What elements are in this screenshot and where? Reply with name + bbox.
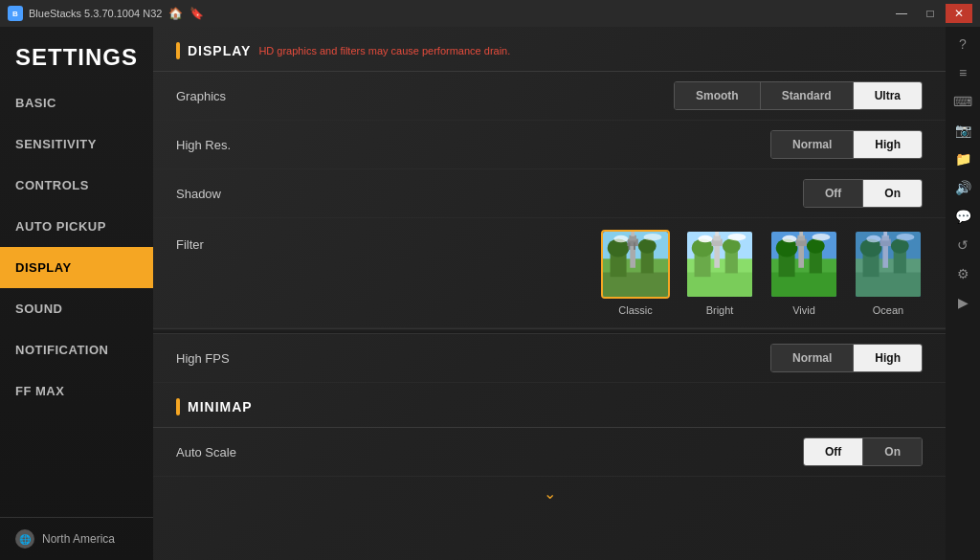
close-button[interactable]: ✕ bbox=[946, 4, 972, 23]
auto-scale-off[interactable]: Off bbox=[804, 438, 863, 465]
sidebar-nav: BASIC SENSITIVITY CONTROLS AUTO PICKUP D… bbox=[0, 82, 153, 517]
window-controls: — □ ✕ bbox=[888, 4, 972, 23]
svg-point-13 bbox=[613, 235, 628, 243]
high-res-high[interactable]: High bbox=[854, 131, 922, 158]
sidebar-item-basic[interactable]: BASIC bbox=[0, 82, 153, 123]
minimap-section-header: MINIMAP bbox=[153, 383, 946, 428]
svg-point-53 bbox=[897, 234, 915, 241]
shadow-on[interactable]: On bbox=[863, 180, 922, 207]
shadow-btn-group: Off On bbox=[803, 179, 923, 208]
main-layout: SETTINGS BASIC SENSITIVITY CONTROLS AUTO… bbox=[0, 27, 980, 560]
graphics-row: Graphics Smooth Standard Ultra bbox=[153, 72, 946, 121]
high-fps-btn-group: Normal High bbox=[770, 344, 923, 372]
graphics-standard[interactable]: Standard bbox=[761, 82, 854, 109]
filter-label: Filter bbox=[176, 230, 291, 252]
display-title: DISPLAY bbox=[188, 43, 251, 58]
svg-point-34 bbox=[807, 239, 825, 254]
content-area: DISPLAY HD graphics and filters may caus… bbox=[153, 27, 946, 560]
right-sidebar: ? ≡ ⌨ 📷 📁 🔊 💬 ↺ ⚙ ▶ bbox=[946, 27, 980, 560]
help-icon[interactable]: ? bbox=[949, 31, 976, 57]
auto-scale-row: Auto Scale Off On bbox=[153, 428, 946, 477]
auto-scale-label: Auto Scale bbox=[176, 445, 291, 459]
svg-rect-10 bbox=[631, 232, 635, 236]
svg-point-40 bbox=[813, 234, 831, 241]
graphics-smooth[interactable]: Smooth bbox=[675, 82, 761, 109]
auto-scale-controls: Off On bbox=[803, 437, 923, 466]
sidebar-item-display[interactable]: DISPLAY bbox=[0, 247, 153, 288]
svg-point-26 bbox=[698, 235, 712, 243]
region-label: North America bbox=[42, 532, 115, 546]
sidebar-item-sound[interactable]: SOUND bbox=[0, 288, 153, 329]
sidebar-item-controls[interactable]: CONTROLS bbox=[0, 165, 153, 206]
filter-bright-thumb[interactable] bbox=[685, 230, 754, 299]
folder-icon[interactable]: 📁 bbox=[949, 146, 976, 172]
svg-point-47 bbox=[891, 239, 909, 254]
svg-rect-12 bbox=[634, 242, 635, 250]
sidebar-item-sensitivity[interactable]: SENSITIVITY bbox=[0, 123, 153, 165]
scroll-down-chevron[interactable]: ⌄ bbox=[544, 484, 556, 503]
performance-warning: performance drain. bbox=[422, 45, 510, 56]
bookmark-icon[interactable]: 🔖 bbox=[189, 6, 204, 21]
shadow-off[interactable]: Off bbox=[804, 180, 863, 207]
graphics-btn-group: Smooth Standard Ultra bbox=[674, 81, 923, 110]
sidebar-item-ff-max[interactable]: FF MAX bbox=[0, 370, 153, 412]
high-res-label: High Res. bbox=[176, 138, 291, 152]
app-title: BlueStacks 5.3.70.1004 N32 bbox=[29, 8, 162, 19]
auto-scale-btn-group: Off On bbox=[803, 437, 923, 466]
high-res-normal[interactable]: Normal bbox=[771, 131, 854, 158]
chat-icon[interactable]: 💬 bbox=[949, 203, 976, 230]
svg-point-39 bbox=[782, 235, 796, 243]
high-res-controls: Normal High bbox=[770, 130, 923, 159]
display-section-header: DISPLAY HD graphics and filters may caus… bbox=[153, 27, 946, 72]
filter-ocean-label: Ocean bbox=[873, 304, 903, 316]
camera-icon[interactable]: 📷 bbox=[949, 117, 976, 144]
auto-scale-on[interactable]: On bbox=[863, 438, 922, 465]
rotate-icon[interactable]: ↺ bbox=[949, 232, 976, 258]
bluestacks-logo: B bbox=[8, 6, 23, 21]
svg-rect-25 bbox=[715, 232, 719, 236]
sidebar-item-auto-pickup[interactable]: AUTO PICKUP bbox=[0, 206, 153, 247]
sidebar-footer: 🌐 North America bbox=[0, 517, 153, 560]
maximize-button[interactable]: □ bbox=[917, 4, 944, 23]
volume-icon[interactable]: 🔊 bbox=[949, 174, 976, 201]
high-fps-row: High FPS Normal High bbox=[153, 334, 946, 383]
minimize-button[interactable]: — bbox=[888, 4, 915, 23]
minimap-title: MINIMAP bbox=[188, 399, 253, 414]
gamepad-icon[interactable]: ⌨ bbox=[949, 88, 976, 115]
filter-classic-label: Classic bbox=[618, 304, 652, 316]
settings-title: SETTINGS bbox=[0, 27, 153, 82]
filter-classic[interactable]: Classic bbox=[601, 230, 670, 316]
filter-options: Classic bbox=[601, 230, 923, 316]
filter-vivid[interactable]: Vivid bbox=[769, 230, 838, 316]
svg-point-14 bbox=[644, 234, 662, 241]
high-res-row: High Res. Normal High bbox=[153, 121, 946, 169]
home-icon[interactable]: 🏠 bbox=[167, 6, 183, 21]
sidebar-item-notification[interactable]: NOTIFICATION bbox=[0, 329, 153, 370]
shadow-controls: Off On bbox=[803, 179, 923, 208]
filter-ocean[interactable]: Ocean bbox=[854, 230, 923, 316]
high-res-btn-group: Normal High bbox=[770, 130, 923, 159]
chevron-row: ⌄ bbox=[153, 477, 946, 510]
svg-point-52 bbox=[866, 235, 880, 243]
filter-bright[interactable]: Bright bbox=[685, 230, 754, 316]
svg-rect-38 bbox=[799, 232, 803, 236]
title-bar-left: B BlueStacks 5.3.70.1004 N32 🏠 🔖 bbox=[8, 6, 204, 21]
svg-point-21 bbox=[723, 239, 741, 254]
high-fps-high[interactable]: High bbox=[854, 345, 922, 371]
graphics-controls: Smooth Standard Ultra bbox=[674, 81, 923, 110]
graphics-label: Graphics bbox=[176, 89, 291, 103]
graphics-ultra[interactable]: Ultra bbox=[854, 82, 922, 109]
svg-rect-51 bbox=[883, 232, 887, 236]
high-fps-controls: Normal High bbox=[770, 344, 923, 372]
high-fps-normal[interactable]: Normal bbox=[771, 345, 854, 371]
filter-classic-thumb[interactable] bbox=[601, 230, 670, 299]
svg-point-6 bbox=[638, 239, 657, 254]
filter-ocean-thumb[interactable] bbox=[854, 230, 923, 299]
shadow-row: Shadow Off On bbox=[153, 169, 946, 218]
filter-vivid-thumb[interactable] bbox=[769, 230, 838, 299]
filter-vivid-label: Vivid bbox=[792, 304, 815, 316]
settings-icon[interactable]: ⚙ bbox=[949, 260, 976, 287]
play-icon[interactable]: ▶ bbox=[949, 289, 976, 316]
filter-bright-label: Bright bbox=[706, 304, 734, 316]
menu-icon[interactable]: ≡ bbox=[949, 59, 976, 86]
